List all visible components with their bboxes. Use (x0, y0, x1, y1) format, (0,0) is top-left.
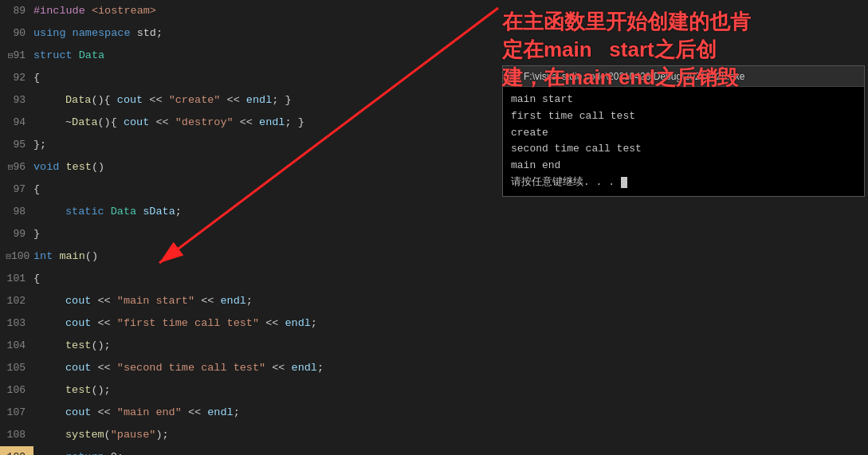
code-content: { (33, 67, 526, 89)
line-number: 93 (0, 89, 33, 112)
token: test (66, 161, 92, 173)
code-content: using namespace std; (33, 22, 526, 45)
code-content: test(); (33, 379, 526, 402)
token: { (33, 72, 40, 84)
line-number: 102 (0, 290, 33, 312)
code-content: { (33, 178, 526, 201)
token: Data (79, 49, 104, 61)
token: <iostream> (92, 5, 156, 17)
token: test (65, 339, 91, 351)
token: cout (65, 406, 91, 418)
line-number: 97 (0, 178, 33, 201)
code-line: ⊟96void test() (0, 156, 526, 178)
token: ); (155, 429, 168, 441)
token: Data (111, 206, 143, 218)
token: 0; (111, 451, 124, 455)
token: << (265, 362, 291, 374)
code-line: 89#include <iostream> (0, 0, 526, 22)
code-content: return 0; (33, 446, 526, 455)
token: ; } (272, 94, 291, 106)
token: (); (91, 384, 110, 396)
code-line: 102cout << "main start" << endl; (0, 290, 526, 312)
token: sData (143, 206, 175, 218)
token: << (91, 317, 116, 329)
token: cout (117, 94, 143, 106)
code-line: 93Data(){ cout << "create" << endl; } (0, 89, 526, 112)
token: endl (207, 406, 233, 418)
console-line-1: main start (511, 92, 856, 108)
token: int (33, 250, 59, 262)
token: } (33, 228, 40, 240)
token: "first time call test" (117, 317, 259, 329)
code-content: int main() (33, 245, 526, 268)
code-line: 108system("pause"); (0, 424, 526, 446)
code-line: 98static Data sData; (0, 201, 526, 223)
line-number: ⊟100 (0, 245, 33, 268)
token: << (182, 406, 207, 418)
collapse-icon[interactable]: ⊟ (0, 245, 11, 268)
token: endl (220, 295, 245, 307)
token: #include (33, 5, 92, 17)
collapse-icon[interactable]: ⊟ (2, 45, 13, 67)
token: ( (104, 429, 111, 441)
line-number: 95 (0, 134, 33, 156)
token: << (234, 116, 259, 128)
code-line: 92{ (0, 67, 526, 89)
token: static (65, 206, 111, 218)
code-content: #include <iostream> (33, 0, 526, 22)
token: using (33, 27, 73, 39)
code-line: 105cout << "second time call test" << en… (0, 357, 526, 379)
code-line: 101{ (0, 268, 526, 290)
console-line-2: first time call test (511, 108, 856, 125)
line-number: ⊟96 (0, 156, 33, 178)
line-number: 107 (0, 402, 33, 424)
token: << (220, 94, 245, 106)
line-number: 98 (0, 201, 33, 223)
token: << (91, 406, 116, 418)
token: return (65, 451, 111, 455)
line-number: 101 (0, 268, 33, 290)
token: }; (33, 139, 46, 151)
console-line-3: create (511, 125, 856, 142)
code-line: 99} (0, 223, 526, 245)
token: "destroy" (175, 116, 234, 128)
collapse-icon[interactable]: ⊟ (2, 156, 13, 178)
line-number: 106 (0, 379, 33, 402)
token: Data (65, 94, 91, 106)
token: test (65, 384, 91, 396)
console-line-5: main end (511, 158, 856, 175)
code-content: system("pause"); (33, 424, 526, 446)
token: endl (259, 116, 285, 128)
token: ; (311, 317, 317, 329)
token: "create" (169, 94, 221, 106)
code-line: 106test(); (0, 379, 526, 402)
token: "second time call test" (117, 362, 265, 374)
token: endl (292, 362, 317, 374)
code-content: ~Data(){ cout << "destroy" << endl; } (33, 112, 526, 134)
code-content: { (33, 268, 526, 290)
token: cout (124, 116, 149, 128)
line-number: 92 (0, 67, 33, 89)
token: void (33, 161, 66, 173)
annotation-text: 在主函数里开始创建的也肯 定在main start之后创 建，在main end… (502, 8, 751, 92)
code-line: ⊟91struct Data (0, 45, 526, 67)
line-number: ⊟91 (0, 45, 33, 67)
token: "pause" (111, 429, 156, 441)
token: (); (91, 339, 110, 351)
token: endl (246, 94, 272, 106)
token: system (65, 429, 104, 441)
code-content: cout << "second time call test" << endl; (33, 357, 526, 379)
token: << (194, 295, 220, 307)
code-line: 97{ (0, 178, 526, 201)
token: << (149, 116, 175, 128)
cursor (621, 177, 627, 188)
token: << (91, 295, 116, 307)
console-line-6: 请按任意键继续. . . (511, 175, 856, 191)
code-content: test(); (33, 335, 526, 357)
token: { (33, 273, 40, 284)
code-editor: 89#include <iostream>90using namespace s… (0, 0, 526, 455)
line-number: 90 (0, 22, 33, 45)
code-line: 103cout << "first time call test" << end… (0, 312, 526, 335)
code-content: } (33, 223, 526, 245)
token: << (143, 94, 168, 106)
